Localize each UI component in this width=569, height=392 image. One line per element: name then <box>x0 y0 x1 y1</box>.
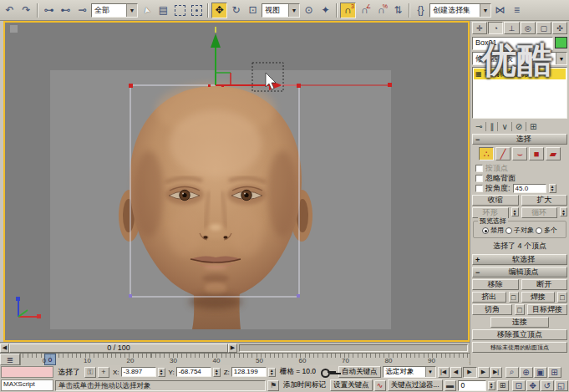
set-keys-key-icon[interactable] <box>320 366 337 378</box>
by-vertex-checkbox[interactable] <box>475 165 483 172</box>
select-and-manipulate-button[interactable]: ✦ <box>318 3 333 18</box>
window-crossing-button[interactable] <box>189 3 205 18</box>
angle-snap-button[interactable]: ∩∠ <box>357 3 373 18</box>
select-and-move-button[interactable]: ✥ <box>211 3 227 18</box>
select-and-link-button[interactable]: ⊶ <box>41 3 57 18</box>
maxscript-listener-line[interactable] <box>1 366 53 378</box>
configure-modifier-sets-icon[interactable]: ⊞ <box>530 122 536 131</box>
polygon-subobject-button[interactable]: ■ <box>529 147 544 160</box>
auto-key-button[interactable]: 自动关键点 <box>338 366 381 378</box>
移除-button[interactable]: 移除 <box>472 279 519 290</box>
key-filter-selected-dropdown[interactable]: 选定对象 ▼ <box>383 366 436 378</box>
object-color-swatch[interactable] <box>555 37 567 48</box>
time-configuration-icon[interactable]: ⊞ <box>497 380 509 391</box>
grow-button[interactable]: 扩大 <box>521 195 568 206</box>
snap-toggle-button[interactable]: ∩3 <box>340 3 356 18</box>
ring-spinner[interactable]: ▲▼ <box>511 207 519 216</box>
tab-modify[interactable]: ◔ <box>488 22 503 34</box>
selection-region-button[interactable] <box>172 3 188 18</box>
shrink-button[interactable]: 收缩 <box>472 195 519 206</box>
pin-stack-icon[interactable]: ⊸ <box>475 122 482 131</box>
select-object-button[interactable]: ➤ <box>139 3 155 18</box>
previous-frame-button[interactable]: ◀ <box>450 367 462 378</box>
set-key-button[interactable]: 设置关键点 <box>330 379 373 391</box>
show-end-result-icon[interactable]: ∥ <box>490 122 494 131</box>
redo-button[interactable]: ↷ <box>18 3 34 18</box>
bind-to-space-warp-button[interactable]: ⊸ <box>74 3 90 18</box>
edit-named-selections-button[interactable]: {} <box>413 3 429 18</box>
preview-radio-禁用[interactable] <box>482 227 489 234</box>
断开-button[interactable]: 断开 <box>521 279 568 290</box>
named-selection-dropdown[interactable]: 创建选择集▼ <box>429 3 491 18</box>
目标焊接-button[interactable]: 目标焊接 <box>527 304 567 315</box>
selection-rollout-header[interactable]: − 选择 <box>472 134 567 145</box>
angle-value-field[interactable]: 45.0 <box>513 184 546 193</box>
key-filters-button[interactable]: 关键点过滤器... <box>388 379 443 391</box>
select-and-scale-button[interactable]: ⊡ <box>245 3 261 18</box>
time-slider-right-arrow[interactable]: ▶ <box>228 344 237 353</box>
arc-rotate-icon[interactable]: ↺ <box>541 380 554 391</box>
percent-snap-button[interactable]: ∩% <box>373 3 389 18</box>
zoom-extents-icon[interactable]: ▣ <box>534 367 547 378</box>
z-spinner[interactable]: ▲▼ <box>268 368 276 377</box>
select-by-name-button[interactable]: ▤ <box>155 3 171 18</box>
time-tag-icon[interactable]: ⚑ <box>267 380 279 391</box>
chevron-down-icon[interactable]: ▼ <box>556 53 566 64</box>
soft-selection-rollout-header[interactable]: + 软选择 <box>472 254 567 265</box>
min-max-toggle-icon[interactable]: ◱ <box>555 380 568 391</box>
preview-radio-多个[interactable] <box>536 227 542 234</box>
add-time-tag-label[interactable]: 添加时间标记 <box>281 380 328 390</box>
tab-utilities[interactable]: ✣ <box>552 22 567 34</box>
key-mode-toggle-icon[interactable]: ▬ <box>445 380 456 391</box>
current-frame-field[interactable]: 0 <box>458 380 486 391</box>
chevron-down-icon[interactable]: ▼ <box>126 4 137 17</box>
y-spinner[interactable]: ▲▼ <box>213 368 221 377</box>
spinner-snap-button[interactable]: ⇅ <box>390 3 406 18</box>
region-zoom-icon[interactable]: ⊡ <box>512 380 526 391</box>
tab-motion[interactable]: ◎ <box>521 22 536 34</box>
mini-curve-editor-button[interactable]: ≣ <box>0 354 20 365</box>
edit-vertices-rollout-header[interactable]: − 编辑顶点 <box>472 267 567 277</box>
ignore-backfacing-checkbox[interactable] <box>475 175 483 182</box>
zoom-extents-all-icon[interactable]: ⊞ <box>548 367 561 378</box>
切角-settings-button[interactable]: □ <box>515 304 525 315</box>
tab-display[interactable]: ▢ <box>536 22 551 34</box>
remove-unused-map-verts-button[interactable]: 移除未使用的贴图顶点 <box>472 342 567 353</box>
go-to-end-button[interactable]: ▶| <box>490 367 502 378</box>
zoom-all-icon[interactable]: ⊕ <box>520 367 533 378</box>
vertex-subobject-button[interactable]: ∴ <box>479 147 494 160</box>
挤出-settings-button[interactable]: □ <box>509 292 519 303</box>
remove-isolated-vertices-button[interactable]: 移除孤立顶点 <box>472 329 567 340</box>
loop-button[interactable]: 循环 <box>521 207 558 218</box>
angle-spinner[interactable]: ▲▼ <box>549 184 556 193</box>
挤出-button[interactable]: 挤出 <box>472 292 506 303</box>
selection-lock-icon[interactable]: ⚿ <box>84 367 96 378</box>
remove-modifier-icon[interactable]: ⊘ <box>516 122 522 131</box>
undo-button[interactable]: ↶ <box>2 3 18 18</box>
y-coordinate-field[interactable]: -68.754 <box>176 367 211 377</box>
select-and-rotate-button[interactable]: ↻ <box>228 3 244 18</box>
maxscript-mini-listener[interactable]: MAXScript <box>1 379 53 391</box>
焊接-settings-button[interactable]: □ <box>557 292 567 303</box>
absolute-offset-toggle-icon[interactable]: + <box>98 367 109 378</box>
time-slider-left-arrow[interactable]: ◀ <box>0 344 9 353</box>
time-slider-handle[interactable]: 0 / 100 <box>9 344 228 353</box>
tab-hierarchy[interactable]: ⊥ <box>504 22 519 34</box>
by-angle-checkbox[interactable] <box>475 185 483 192</box>
make-unique-icon[interactable]: ∨ <box>501 122 507 131</box>
align-button[interactable]: ≡ <box>509 3 525 18</box>
edge-subobject-button[interactable]: ╱ <box>495 147 511 160</box>
chevron-down-icon[interactable]: ▼ <box>288 4 299 17</box>
play-button[interactable]: ▶ <box>463 367 477 378</box>
pan-icon[interactable]: ✥ <box>526 380 540 391</box>
time-slider[interactable]: ◀ 0 / 100 ▶ <box>0 342 470 353</box>
connect-button[interactable]: 连接 <box>490 317 549 328</box>
element-subobject-button[interactable]: ▰ <box>546 147 561 160</box>
chevron-down-icon[interactable]: ▼ <box>425 367 435 377</box>
mirror-button[interactable]: ⋈ <box>492 3 508 18</box>
go-to-start-button[interactable]: |◀ <box>438 367 450 378</box>
front-viewport[interactable] <box>3 21 470 342</box>
use-pivot-center-button[interactable]: ⊙ <box>301 3 317 18</box>
track-bar[interactable]: ≣ 0 0102030405060708090100 <box>0 353 470 365</box>
x-coordinate-field[interactable]: -3.897 <box>121 367 156 377</box>
